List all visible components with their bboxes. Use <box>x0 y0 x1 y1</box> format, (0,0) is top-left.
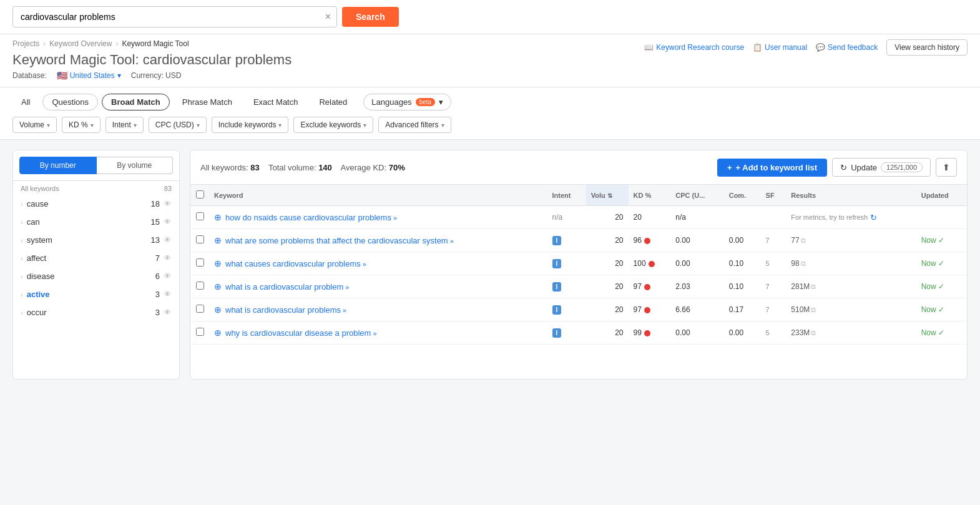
filter-exclude[interactable]: Exclude keywords ▾ <box>293 117 373 133</box>
sidebar-header: All keywords 83 <box>13 185 179 195</box>
row-checkbox[interactable] <box>196 212 204 220</box>
row-checkbox[interactable] <box>196 282 204 290</box>
sidebar-tab-by-volume[interactable]: By volume <box>97 157 174 174</box>
languages-button[interactable]: Languages beta ▾ <box>363 94 451 110</box>
th-keyword: Keyword <box>209 185 547 206</box>
add-circle-icon[interactable]: ⊕ <box>214 282 222 292</box>
filter-cpc[interactable]: CPC (USD) ▾ <box>149 117 207 133</box>
refresh-icon[interactable]: ↻ <box>870 213 877 222</box>
tab-related[interactable]: Related <box>310 94 356 110</box>
com-cell: 0.10 <box>724 275 761 298</box>
sf-cell: 7 <box>761 229 786 252</box>
sidebar-item-affect[interactable]: › affect 7 👁 <box>13 249 179 267</box>
keyword-link[interactable]: what is cardiovascular problems» <box>225 305 346 315</box>
intent-badge: I <box>552 305 562 315</box>
eye-icon[interactable]: 👁 <box>164 217 172 227</box>
table-row: ⊕why is cardiovascular disease a problem… <box>190 321 967 345</box>
plus-icon: + <box>727 163 732 172</box>
keyword-link[interactable]: how do nsaids cause cardiovascular probl… <box>225 213 397 222</box>
sidebar-item-system[interactable]: › system 13 👁 <box>13 231 179 249</box>
row-checkbox[interactable] <box>196 258 204 267</box>
eye-icon[interactable]: 👁 <box>164 272 172 281</box>
copy-icon[interactable]: ⧉ <box>801 260 806 267</box>
row-checkbox[interactable] <box>196 305 204 313</box>
search-input[interactable] <box>12 6 337 27</box>
sidebar-item-cause[interactable]: › cause 18 👁 <box>13 195 179 213</box>
copy-icon[interactable]: ⧉ <box>801 237 806 244</box>
breadcrumb: Projects › Keyword Overview › Keyword Ma… <box>12 39 292 48</box>
row-checkbox[interactable] <box>196 235 204 243</box>
tab-exact-match[interactable]: Exact Match <box>245 94 307 110</box>
chevron-down-icon: ▾ <box>91 122 94 129</box>
chevron-right-icon: › <box>21 309 23 316</box>
filter-kd[interactable]: KD % ▾ <box>62 117 100 133</box>
com-cell: 0.17 <box>724 298 761 321</box>
select-all-checkbox[interactable] <box>196 190 204 199</box>
kd-dot-red <box>644 307 650 313</box>
chevron-right-icon: › <box>21 237 23 244</box>
view-history-button[interactable]: View search history <box>886 39 968 56</box>
filter-intent[interactable]: Intent ▾ <box>105 117 144 133</box>
filter-advanced[interactable]: Advanced filters ▾ <box>378 117 451 133</box>
tab-questions[interactable]: Questions <box>42 94 98 110</box>
eye-icon[interactable]: 👁 <box>164 235 172 245</box>
copy-icon[interactable]: ⧉ <box>811 306 816 313</box>
eye-icon[interactable]: 👁 <box>164 253 172 263</box>
add-circle-icon[interactable]: ⊕ <box>214 305 222 315</box>
filter-include[interactable]: Include keywords ▾ <box>212 117 289 133</box>
tab-all[interactable]: All <box>12 94 39 110</box>
sidebar: By number By volume All keywords 83 › ca… <box>12 150 180 380</box>
top-nav-links: 📖 Keyword Research course 📋 User manual … <box>644 39 968 56</box>
th-kd: KD % <box>629 185 671 206</box>
all-keywords-count: 83 <box>250 163 259 172</box>
add-circle-icon[interactable]: ⊕ <box>214 328 222 338</box>
th-volume[interactable]: Volu ⇅ <box>586 185 629 206</box>
lang-chevron-down-icon: ▾ <box>439 97 443 107</box>
add-circle-icon[interactable]: ⊕ <box>214 235 222 245</box>
add-circle-icon[interactable]: ⊕ <box>214 258 222 268</box>
export-button[interactable]: ⬆ <box>936 158 957 177</box>
eye-icon[interactable]: 👁 <box>164 308 172 317</box>
top-nav-row: Projects › Keyword Overview › Keyword Ma… <box>12 39 968 87</box>
avg-kd-label: Average KD: <box>341 163 389 172</box>
breadcrumb-sep-1: › <box>43 39 46 48</box>
keyword-link[interactable]: what are some problems that affect the c… <box>225 236 454 245</box>
keyword-link[interactable]: what causes cardiovascular problems» <box>225 259 366 268</box>
db-country-selector[interactable]: 🇺🇸 United States ▾ <box>57 71 121 81</box>
sidebar-item-can[interactable]: › can 15 👁 <box>13 213 179 231</box>
kd-dot-red <box>644 238 650 244</box>
sidebar-item-active[interactable]: › active 3 👁 <box>13 285 179 303</box>
search-button[interactable]: Search <box>342 7 399 27</box>
sidebar-tabs: By number By volume <box>13 157 179 181</box>
breadcrumb-projects[interactable]: Projects <box>12 39 39 48</box>
eye-icon[interactable]: 👁 <box>164 199 172 208</box>
update-button[interactable]: ↻ Update 125/1,000 <box>832 158 931 177</box>
row-checkbox[interactable] <box>196 328 204 336</box>
db-row: Database: 🇺🇸 United States ▾ Currency: U… <box>12 71 292 87</box>
sidebar-item-disease[interactable]: › disease 6 👁 <box>13 267 179 285</box>
tab-broad-match[interactable]: Broad Match <box>102 94 170 110</box>
filter-volume[interactable]: Volume ▾ <box>12 117 57 133</box>
sidebar-tab-by-number[interactable]: By number <box>19 157 97 174</box>
add-to-keyword-list-button[interactable]: + + Add to keyword list <box>717 159 827 177</box>
keyword-link[interactable]: what is a cardiovascular problem» <box>225 282 349 292</box>
keyword-link[interactable]: why is cardiovascular disease a problem» <box>225 328 377 338</box>
copy-icon[interactable]: ⧉ <box>811 283 816 290</box>
breadcrumb-keyword-overview[interactable]: Keyword Overview <box>49 39 112 48</box>
table-row: ⊕what is a cardiovascular problem»I20972… <box>190 275 967 298</box>
tab-phrase-match[interactable]: Phrase Match <box>174 94 241 110</box>
eye-icon[interactable]: 👁 <box>164 290 172 299</box>
user-manual-link[interactable]: 📋 User manual <box>753 43 807 52</box>
sidebar-item-occur[interactable]: › occur 3 👁 <box>13 303 179 321</box>
search-clear-button[interactable]: × <box>325 11 331 22</box>
chevron-down-icon: ▾ <box>197 122 200 129</box>
book-icon: 📖 <box>644 43 654 52</box>
copy-icon[interactable]: ⧉ <box>811 329 816 336</box>
kd-dot-red <box>644 284 650 290</box>
avg-kd-value: 70% <box>389 163 405 172</box>
updated-cell: Now ✓ <box>916 275 967 298</box>
keyword-research-course-link[interactable]: 📖 Keyword Research course <box>644 43 744 52</box>
send-feedback-link[interactable]: 💬 Send feedback <box>816 43 878 52</box>
results-cell: 77⧉ <box>786 229 916 252</box>
add-circle-icon[interactable]: ⊕ <box>214 212 222 222</box>
